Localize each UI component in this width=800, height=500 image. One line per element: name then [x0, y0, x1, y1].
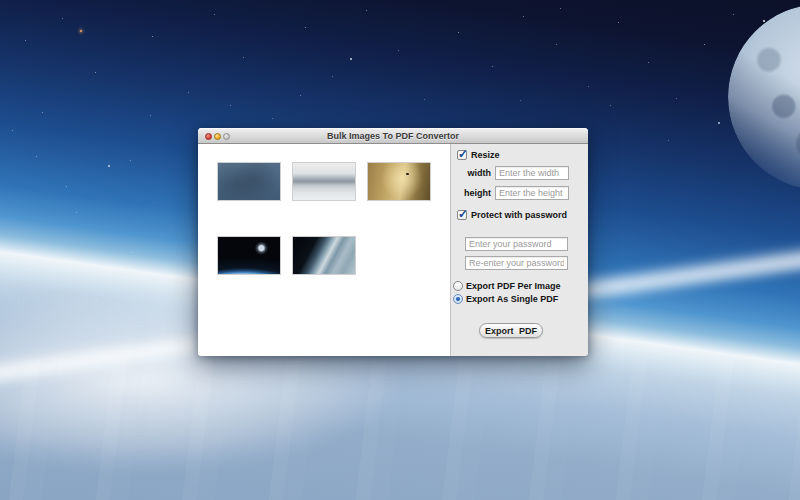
- protect-option-row: Protect with password: [457, 210, 567, 220]
- protect-password-label: Protect with password: [471, 210, 567, 220]
- height-input[interactable]: [495, 186, 569, 200]
- password-input[interactable]: [465, 237, 568, 251]
- export-single-label: Export As Single PDF: [466, 294, 558, 304]
- thumbnail-earth-orbit-clouds[interactable]: [292, 236, 356, 275]
- stars-bright: [0, 0, 2, 2]
- export-per-image-row: Export PDF Per Image: [453, 281, 561, 291]
- moon: [728, 4, 800, 190]
- image-list: [198, 144, 451, 356]
- export-pdf-button[interactable]: Export PDF: [479, 323, 543, 338]
- radio-export-single[interactable]: [453, 294, 463, 304]
- resize-label: Resize: [471, 150, 500, 160]
- settings-panel: Resize width height Protect with passwor…: [451, 144, 588, 356]
- window-titlebar[interactable]: Bulk Images To PDF Convertor: [198, 128, 588, 144]
- orange-star: [80, 30, 82, 32]
- height-row: height: [451, 186, 569, 200]
- earth-cloud-streaks: [0, 360, 800, 500]
- thumbnail-golden-cliff-bird[interactable]: [367, 162, 431, 201]
- thumbnail-earth-horizon-moon[interactable]: [217, 236, 281, 275]
- window-title: Bulk Images To PDF Convertor: [198, 128, 588, 143]
- desktop-wallpaper: Bulk Images To PDF Convertor Resize widt…: [0, 0, 800, 500]
- app-window: Bulk Images To PDF Convertor Resize widt…: [198, 128, 588, 355]
- window-content: Resize width height Protect with passwor…: [198, 144, 588, 356]
- password-confirm-input[interactable]: [465, 256, 568, 270]
- export-per-image-label: Export PDF Per Image: [466, 281, 561, 291]
- resize-option-row: Resize: [457, 150, 500, 160]
- export-single-row: Export As Single PDF: [453, 294, 558, 304]
- thumbnail-world-map-blue[interactable]: [217, 162, 281, 201]
- radio-export-per-image[interactable]: [453, 281, 463, 291]
- protect-password-checkbox[interactable]: [457, 210, 467, 220]
- thumbnail-misty-lake[interactable]: [292, 162, 356, 201]
- height-label: height: [451, 188, 491, 198]
- resize-checkbox[interactable]: [457, 150, 467, 160]
- width-row: width: [451, 166, 569, 180]
- width-label: width: [451, 168, 491, 178]
- width-input[interactable]: [495, 166, 569, 180]
